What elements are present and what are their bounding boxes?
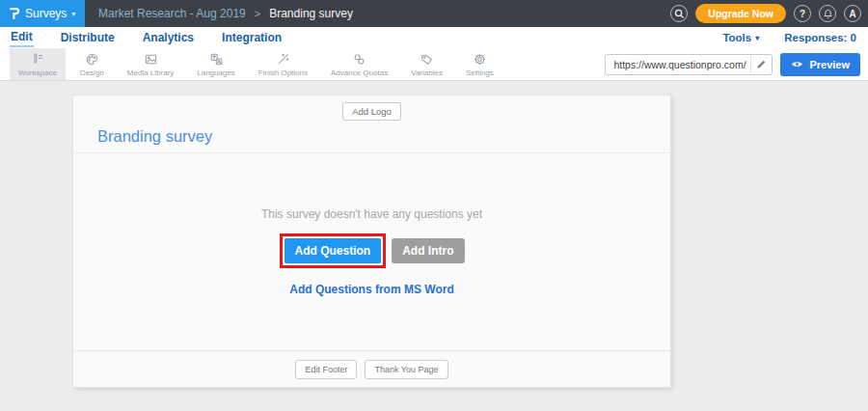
toolbar-item-label: Settings: [466, 68, 494, 77]
image-icon: [144, 52, 158, 67]
survey-card-header: Add Logo Branding survey: [73, 96, 670, 153]
toolbar-item-label: Variables: [411, 68, 443, 77]
edit-footer-button[interactable]: Edit Footer: [295, 360, 357, 379]
survey-title[interactable]: Branding survey: [97, 127, 670, 146]
survey-url-input[interactable]: [606, 59, 750, 70]
tab-integration[interactable]: Integration: [221, 29, 283, 46]
add-buttons-row: Add Question Add Intro: [280, 233, 465, 268]
help-icon: ?: [800, 9, 805, 19]
workspace-content: Add Logo Branding survey This survey doe…: [0, 95, 868, 411]
toolbar-item-label: Design: [80, 68, 104, 77]
toolbar-item-languages[interactable]: Languages: [188, 48, 244, 80]
chain-links-icon: [352, 52, 366, 67]
toolbar-item-media-library[interactable]: Media Library: [119, 48, 182, 80]
questionpro-logo-icon: [8, 6, 20, 21]
caret-down-icon: ▾: [755, 34, 759, 42]
add-intro-button[interactable]: Add Intro: [392, 238, 464, 263]
pencil-icon: [756, 59, 767, 69]
survey-card-body: This survey doesn't have any questions y…: [73, 153, 670, 350]
edit-toolbar: Workspace Design Media Library: [0, 48, 868, 81]
toolbar-item-label: Languages: [197, 68, 235, 77]
tab-analytics[interactable]: Analytics: [142, 29, 195, 46]
breadcrumb-current-survey: Branding survey: [269, 7, 353, 20]
nav-right: Tools ▾ Responses: 0: [722, 32, 868, 43]
add-question-button[interactable]: Add Question: [285, 238, 382, 263]
eye-icon: [791, 60, 803, 68]
responses-count-link[interactable]: Responses: 0: [784, 32, 856, 43]
empty-survey-message: This survey doesn't have any questions y…: [261, 207, 482, 221]
add-logo-button[interactable]: Add Logo: [342, 102, 401, 121]
bell-icon: [823, 9, 833, 19]
avatar-initial-label: A: [849, 9, 855, 19]
workspace-icon: [30, 52, 44, 67]
upgrade-now-button[interactable]: Upgrade Now: [695, 4, 786, 23]
thank-you-page-button[interactable]: Thank You Page: [365, 360, 448, 379]
notifications-button[interactable]: [819, 5, 836, 22]
tools-dropdown[interactable]: Tools ▾: [722, 32, 759, 43]
magic-wand-icon: [276, 52, 290, 67]
toolbar-item-workspace[interactable]: Workspace: [10, 48, 66, 80]
translate-icon: [209, 52, 224, 67]
toolbar-item-settings[interactable]: Settings: [457, 48, 502, 80]
top-bar: Surveys ▾ Market Research - Aug 2019 > B…: [0, 0, 868, 27]
account-avatar-button[interactable]: A: [844, 5, 861, 22]
breadcrumb: Market Research - Aug 2019 > Branding su…: [98, 7, 353, 20]
toolbar-right: Preview: [605, 48, 868, 80]
tools-label: Tools: [722, 32, 751, 43]
tab-distribute[interactable]: Distribute: [60, 29, 116, 46]
breadcrumb-separator-icon: >: [255, 8, 260, 19]
red-highlight-box: Add Question: [280, 233, 387, 268]
preview-label: Preview: [809, 59, 850, 70]
search-icon: [674, 9, 685, 19]
toolbar-item-label: Advance Quotas: [331, 68, 388, 77]
app-logo-menu[interactable]: Surveys ▾: [0, 0, 85, 27]
search-button[interactable]: [670, 5, 688, 22]
toolbar-item-label: Finish Options: [258, 68, 308, 77]
preview-button[interactable]: Preview: [780, 53, 860, 76]
survey-card: Add Logo Branding survey This survey doe…: [72, 95, 671, 388]
toolbar-item-advance-quotas[interactable]: Advance Quotas: [322, 48, 396, 80]
topbar-actions: Upgrade Now ? A: [670, 4, 868, 23]
tag-icon: [420, 52, 434, 67]
toolbar-item-label: Media Library: [127, 68, 174, 77]
edit-url-button[interactable]: [750, 55, 772, 74]
help-button[interactable]: ?: [794, 5, 811, 22]
survey-url-box: [605, 54, 773, 75]
toolbar-item-finish-options[interactable]: Finish Options: [250, 48, 316, 80]
toolbar-item-variables[interactable]: Variables: [402, 48, 451, 80]
app-name-label: Surveys: [25, 7, 67, 20]
toolbar-item-design[interactable]: Design: [71, 48, 113, 80]
add-questions-ms-word-link[interactable]: Add Questions from MS Word: [289, 283, 453, 296]
gear-icon: [473, 52, 487, 67]
toolbar-item-label: Workspace: [18, 68, 57, 77]
survey-nav: Edit Distribute Analytics Integration To…: [0, 27, 868, 48]
palette-icon: [85, 52, 99, 67]
breadcrumb-parent-survey[interactable]: Market Research - Aug 2019: [98, 7, 246, 20]
tab-edit[interactable]: Edit: [10, 28, 34, 47]
caret-down-icon: ▾: [71, 10, 75, 18]
survey-card-footer: Edit Footer Thank You Page: [73, 350, 670, 387]
